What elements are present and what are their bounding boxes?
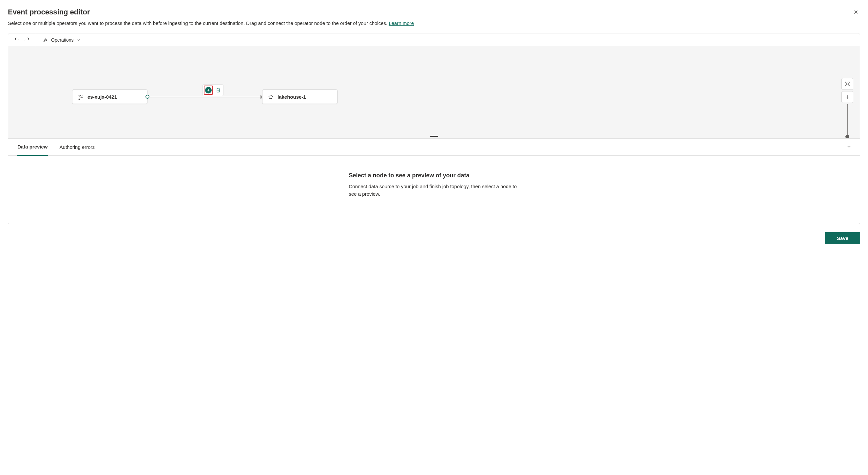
zoom-slider[interactable] [847, 104, 848, 137]
undo-icon [14, 37, 20, 42]
chevron-down-icon [76, 38, 81, 42]
add-operator-button[interactable] [204, 86, 213, 95]
operations-dropdown[interactable]: Operations [40, 36, 83, 44]
wrench-icon [42, 37, 49, 43]
empty-state: Select a node to see a preview of your d… [349, 172, 519, 198]
redo-button[interactable] [22, 35, 32, 45]
save-button[interactable]: Save [825, 232, 860, 244]
collapse-panel-button[interactable] [845, 142, 853, 152]
page-title: Event processing editor [8, 8, 851, 17]
chevron-down-icon [846, 144, 852, 149]
footer: Save [8, 232, 860, 244]
destination-node[interactable]: lakehouse-1 [262, 89, 338, 104]
close-button[interactable] [851, 8, 860, 18]
panel-resize-handle[interactable] [430, 136, 438, 137]
source-output-port[interactable] [146, 95, 149, 99]
empty-state-description: Connect data source to your job and fini… [349, 183, 519, 198]
stream-icon [78, 94, 84, 100]
empty-state-title: Select a node to see a preview of your d… [349, 172, 519, 179]
close-icon [853, 9, 859, 15]
plus-icon [844, 94, 850, 100]
tab-authoring-errors[interactable]: Authoring errors [60, 139, 95, 155]
undo-button[interactable] [12, 35, 22, 45]
editor-canvas[interactable]: es-xujx-0421 lakehouse-1 [8, 47, 860, 139]
source-node[interactable]: es-xujx-0421 [72, 89, 148, 104]
learn-more-link[interactable]: Learn more [389, 20, 414, 26]
panel-tabs: Data preview Authoring errors [8, 139, 860, 156]
editor-toolbar: Operations [8, 33, 860, 47]
tab-data-preview[interactable]: Data preview [18, 139, 48, 156]
bottom-panel: Data preview Authoring errors Select a n… [8, 139, 860, 224]
zoom-slider-thumb[interactable] [845, 135, 849, 139]
trash-icon [215, 87, 221, 93]
editor-header: Event processing editor Select one or mu… [8, 8, 860, 27]
destination-node-label: lakehouse-1 [278, 94, 306, 100]
page-subtitle: Select one or multiple operators you wan… [8, 20, 851, 27]
zoom-controls [841, 78, 853, 137]
connection-toolbar [203, 84, 223, 96]
connection-line[interactable] [150, 97, 262, 97]
source-node-label: es-xujx-0421 [88, 94, 117, 100]
panel-content: Select a node to see a preview of your d… [8, 156, 860, 224]
fit-icon [844, 81, 850, 87]
plus-circle-icon [205, 87, 212, 93]
fit-view-button[interactable] [841, 78, 853, 90]
zoom-in-button[interactable] [841, 91, 853, 103]
delete-connection-button[interactable] [214, 86, 222, 94]
lakehouse-icon [268, 94, 274, 100]
redo-icon [24, 37, 30, 42]
